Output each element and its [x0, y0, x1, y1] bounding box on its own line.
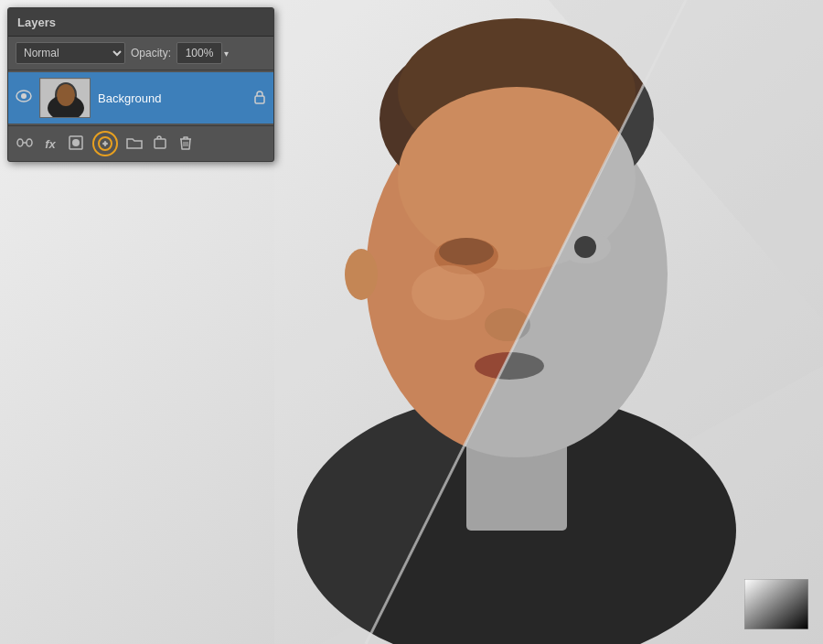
mask-icon[interactable] — [67, 135, 85, 153]
panel-header: Layers — [8, 8, 273, 37]
layer-lock-icon — [253, 90, 266, 107]
blend-mode-select[interactable]: NormalDissolveMultiplyScreenOverlay — [16, 42, 125, 64]
opacity-dropdown-arrow[interactable]: ▾ — [224, 48, 229, 59]
fx-icon[interactable]: fx — [41, 137, 59, 151]
layer-visibility-toggle[interactable] — [16, 90, 32, 106]
svg-point-41 — [21, 93, 27, 99]
layers-list: Background — [8, 70, 273, 125]
link-icon[interactable] — [16, 136, 34, 151]
svg-point-54 — [103, 142, 107, 145]
layers-panel: Layers NormalDissolveMultiplyScreenOverl… — [7, 7, 274, 162]
svg-rect-49 — [17, 139, 23, 146]
layer-thumbnail — [39, 78, 91, 118]
folder-icon[interactable] — [125, 136, 144, 152]
layers-controls: NormalDissolveMultiplyScreenOverlay Opac… — [8, 37, 273, 70]
delete-icon[interactable] — [176, 135, 195, 153]
color-swatch — [744, 579, 808, 629]
layers-toolbar: fx — [8, 125, 273, 161]
svg-rect-50 — [27, 139, 32, 146]
panel-title: Layers — [17, 16, 56, 29]
clip-icon[interactable] — [151, 135, 169, 153]
svg-rect-37 — [274, 0, 823, 644]
opacity-wrapper: ▾ — [176, 42, 229, 64]
layer-name: Background — [98, 91, 246, 105]
layer-item-background[interactable]: Background — [8, 72, 273, 123]
svg-point-53 — [99, 137, 112, 150]
svg-point-52 — [72, 139, 80, 146]
svg-rect-48 — [255, 96, 264, 103]
svg-rect-38 — [744, 579, 808, 629]
opacity-input[interactable] — [176, 42, 222, 64]
svg-rect-55 — [155, 139, 166, 148]
adjustment-icon[interactable] — [92, 131, 118, 156]
opacity-label: Opacity: — [131, 47, 171, 59]
svg-point-46 — [57, 84, 75, 106]
